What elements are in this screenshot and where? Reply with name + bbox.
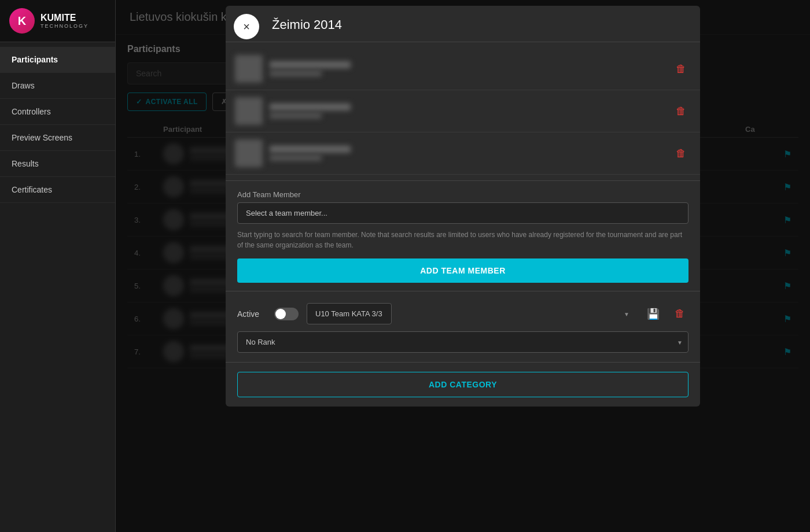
trash-icon: 🗑 [675, 308, 685, 319]
delete-category-button[interactable]: 🗑 [671, 304, 689, 323]
member-name [270, 61, 351, 68]
add-category-section: ADD CATEGORY [226, 363, 700, 407]
member-info [270, 61, 664, 76]
sidebar-item-draws[interactable]: Draws [0, 73, 115, 99]
member-info [270, 104, 664, 119]
sidebar-item-participants[interactable]: Participants [0, 47, 115, 73]
delete-member-button[interactable]: 🗑 [671, 103, 691, 120]
category-row: Active U10 Team KATA 3/3 💾 [237, 303, 689, 324]
add-team-member-button[interactable]: ADD TEAM MEMBER [237, 258, 689, 283]
member-club [270, 113, 322, 119]
sidebar-item-controllers[interactable]: Controllers [0, 99, 115, 125]
team-members-list: 🗑 🗑 [226, 42, 700, 181]
rank-select[interactable]: No Rank [237, 331, 689, 353]
modal-overlay: × Žeimio 2014 🗑 [116, 0, 810, 532]
member-info [270, 146, 664, 161]
nav: Participants Draws Controllers Preview S… [0, 42, 115, 532]
close-button[interactable]: × [234, 14, 259, 39]
member-name [270, 146, 351, 153]
hint-text: Start typing to search for team member. … [237, 230, 689, 250]
category-select[interactable]: U10 Team KATA 3/3 [307, 303, 392, 324]
team-member-row: 🗑 [226, 90, 700, 132]
add-category-button[interactable]: ADD CATEGORY [237, 372, 689, 397]
member-name [270, 104, 351, 110]
logo-text: KUMITE TECHNOLOGY [41, 13, 89, 29]
active-label: Active [237, 309, 266, 319]
member-club [270, 71, 322, 76]
app-subtitle: TECHNOLOGY [41, 23, 89, 29]
participant-modal: × Žeimio 2014 🗑 [226, 6, 700, 407]
app-name: KUMITE [41, 13, 89, 23]
modal-body: 🗑 🗑 [226, 42, 700, 407]
member-select[interactable]: Select a team member... [237, 202, 689, 224]
logo-icon: K [9, 8, 35, 34]
sidebar-item-preview-screens[interactable]: Preview Screens [0, 125, 115, 151]
sidebar: K KUMITE TECHNOLOGY Participants Draws C… [0, 0, 116, 532]
member-club [270, 155, 322, 161]
delete-member-button[interactable]: 🗑 [671, 61, 691, 77]
add-member-label: Add Team Member [237, 190, 689, 199]
save-category-button[interactable]: 💾 [643, 304, 663, 324]
member-avatar [235, 97, 263, 125]
add-member-section: Add Team Member Select a team member... … [226, 181, 700, 291]
logo: K KUMITE TECHNOLOGY [0, 0, 115, 42]
sidebar-item-certificates[interactable]: Certificates [0, 177, 115, 203]
main-content: Lietuvos kiokušin karatė KATA Participan… [116, 0, 810, 532]
category-section: Active U10 Team KATA 3/3 💾 [226, 291, 700, 363]
active-toggle[interactable] [274, 308, 299, 320]
team-member-row: 🗑 [226, 48, 700, 90]
member-avatar [235, 55, 263, 83]
team-member-row: 🗑 [226, 132, 700, 175]
modal-title: Žeimio 2014 [226, 6, 700, 42]
member-avatar [235, 139, 263, 167]
sidebar-item-results[interactable]: Results [0, 151, 115, 177]
save-icon: 💾 [647, 308, 660, 320]
delete-member-button[interactable]: 🗑 [671, 145, 691, 162]
